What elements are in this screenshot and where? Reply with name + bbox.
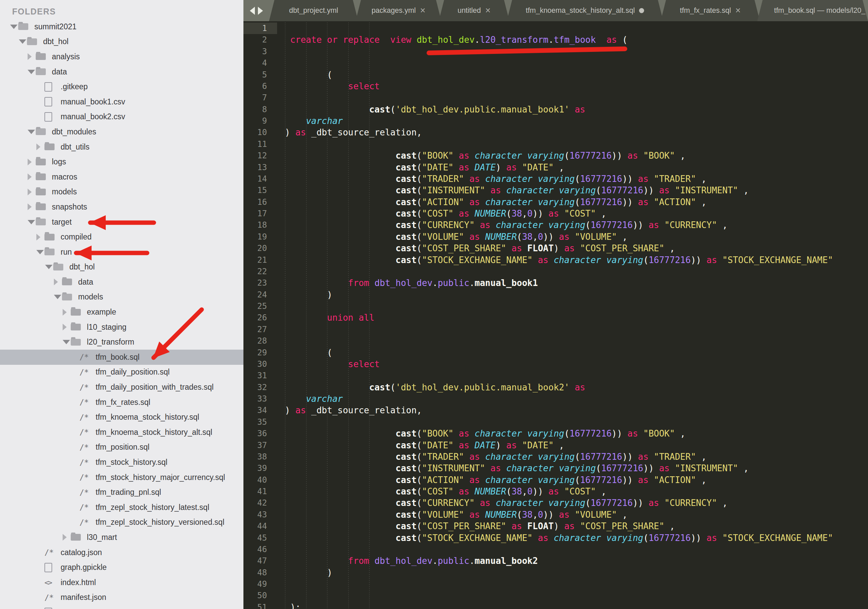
tab-tfm_knoema_stock_history_alt.sql[interactable]: tfm_knoema_stock_history_alt.sql [507,0,663,21]
code-line-5[interactable]: 5 ( [243,69,868,81]
tree-item-data[interactable]: data [0,275,243,290]
tree-item-.gitkeep[interactable]: .gitkeep [0,79,243,94]
disclosure-closed-icon[interactable] [63,309,71,315]
code-line-18[interactable]: 18 cast("CURRENCY" as character varying(… [243,219,868,231]
close-icon[interactable]: × [420,6,426,15]
code-line-26[interactable]: 26 union all [243,312,868,323]
tree-item-dbt_hol[interactable]: dbt_hol [0,34,243,50]
tree-item-logs[interactable]: logs [0,154,243,169]
code-line-7[interactable]: 7 [243,92,868,103]
code-line-1[interactable]: 1 [243,23,868,34]
code-line-21[interactable]: 21 cast("STOCK_EXCHANGE_NAME" as charact… [243,254,868,266]
tree-item-snapshots[interactable]: snapshots [0,199,243,214]
disclosure-closed-icon[interactable] [63,534,71,541]
tree-item-manual_book1.csv[interactable]: manual_book1.csv [0,94,243,109]
code-line-44[interactable]: 44 cast("COST_PER_SHARE" as FLOAT) as "C… [243,520,868,532]
code-line-10[interactable]: 10) as _dbt_source_relation, [243,127,868,138]
tree-item-tfm_stock_history_major_currency.sql[interactable]: /*tfm_stock_history_major_currency.sql [0,470,243,485]
disclosure-closed-icon[interactable] [36,143,45,150]
nav-back-icon[interactable] [250,7,255,15]
code-line-35[interactable]: 35 [243,416,868,428]
tab-tfm_fx_rates.sql[interactable]: tfm_fx_rates.sql× [660,0,760,21]
tree-item-dbt_utils[interactable]: dbt_utils [0,140,243,155]
nav-forward-icon[interactable] [258,7,263,15]
tab-nav-arrows[interactable] [243,0,269,21]
tree-item-manifest.json[interactable]: /*manifest.json [0,590,243,605]
tree-item-summit2021[interactable]: summit2021 [0,19,243,34]
code-line-19[interactable]: 19 cast("VOLUME" as NUMBER(38,0)) as "VO… [243,231,868,242]
tree-item-models[interactable]: models [0,290,243,305]
code-line-45[interactable]: 45 cast("STOCK_EXCHANGE_NAME" as charact… [243,532,868,544]
code-line-36[interactable]: 36 cast("BOOK" as character varying(1677… [243,428,868,439]
tree-item-tfm_fx_rates.sql[interactable]: /*tfm_fx_rates.sql [0,395,243,410]
tree-item-index.html[interactable]: <>index.html [0,575,243,590]
tree-item-tfm_zepl_stock_history_latest.sql[interactable]: /*tfm_zepl_stock_history_latest.sql [0,500,243,515]
code-editor[interactable]: 12 create or replace view dbt_hol_dev.l2… [243,21,868,609]
code-line-24[interactable]: 24 ) [243,289,868,300]
tree-item-catalog.json[interactable]: /*catalog.json [0,545,243,560]
tree-item-example[interactable]: example [0,304,243,320]
disclosure-open-icon[interactable] [10,25,18,29]
disclosure-open-icon[interactable] [36,250,45,254]
tree-item-tfm_stock_history.sql[interactable]: /*tfm_stock_history.sql [0,455,243,470]
code-line-39[interactable]: 39 cast("INSTRUMENT" as character varyin… [243,463,868,474]
tree-item-graph.gpickle[interactable]: graph.gpickle [0,560,243,575]
disclosure-closed-icon[interactable] [28,53,36,60]
tree-item-manual_book2.csv[interactable]: manual_book2.csv [0,109,243,124]
tree-item-tfm_book.sql[interactable]: /*tfm_book.sql [0,350,243,365]
disclosure-closed-icon[interactable] [54,278,62,285]
disclosure-open-icon[interactable] [28,130,36,134]
tree-item-compiled[interactable]: compiled [0,229,243,244]
code-line-3[interactable]: 3 [243,46,868,57]
code-line-46[interactable]: 46 [243,544,868,555]
code-line-13[interactable]: 13 cast("DATE" as DATE) as "DATE" , [243,162,868,173]
disclosure-closed-icon[interactable] [28,189,36,195]
code-line-37[interactable]: 37 cast("DATE" as DATE) as "DATE" , [243,440,868,451]
tree-item-target[interactable]: target [0,214,243,230]
tree-item-l10_staging[interactable]: l10_staging [0,320,243,335]
code-line-48[interactable]: 48 ) [243,567,868,578]
code-line-41[interactable]: 41 cast("COST" as NUMBER(38,0)) as "COST… [243,486,868,497]
code-line-51[interactable]: 51 ); [243,601,868,609]
code-line-16[interactable]: 16 cast("ACTION" as character varying(16… [243,196,868,208]
code-line-25[interactable]: 25 [243,300,868,312]
code-line-49[interactable]: 49 [243,578,868,590]
disclosure-open-icon[interactable] [45,265,53,269]
code-line-43[interactable]: 43 cast("VOLUME" as NUMBER(38,0)) as "VO… [243,509,868,520]
code-line-32[interactable]: 32 cast('dbt_hol_dev.public.manual_book2… [243,382,868,393]
code-line-29[interactable]: 29 ( [243,347,868,358]
tree-item-models[interactable]: models [0,185,243,200]
disclosure-closed-icon[interactable] [28,204,36,210]
tree-item-data[interactable]: data [0,64,243,79]
code-line-17[interactable]: 17 cast("COST" as NUMBER(38,0)) as "COST… [243,208,868,219]
tab-dbt_project.yml[interactable]: dbt_project.yml [269,0,358,21]
disclosure-closed-icon[interactable] [63,324,71,331]
code-line-4[interactable]: 4 [243,57,868,69]
code-line-14[interactable]: 14 cast("TRADER" as character varying(16… [243,173,868,185]
code-line-28[interactable]: 28 [243,335,868,346]
code-line-42[interactable]: 42 cast("CURRENCY" as character varying(… [243,497,868,509]
code-line-6[interactable]: 6 select [243,81,868,92]
code-line-12[interactable]: 12 cast("BOOK" as character varying(1677… [243,150,868,162]
disclosure-open-icon[interactable] [63,340,71,344]
disclosure-open-icon[interactable] [54,295,62,299]
tree-item-tfm_zepl_stock_history_versioned.sql[interactable]: /*tfm_zepl_stock_history_versioned.sql [0,515,243,530]
code-line-15[interactable]: 15 cast("INSTRUMENT" as character varyin… [243,185,868,196]
tree-item-l20_transform[interactable]: l20_transform [0,334,243,350]
code-line-20[interactable]: 20 cast("COST_PER_SHARE" as FLOAT) as "C… [243,242,868,254]
disclosure-open-icon[interactable] [19,39,27,44]
code-line-34[interactable]: 34) as _dbt_source_relation, [243,404,868,416]
tree-item-dbt_hol[interactable]: dbt_hol [0,260,243,275]
disclosure-closed-icon[interactable] [28,158,36,165]
tree-item-partial_parse.pickle[interactable]: partial_parse.pickle [0,605,243,609]
tree-item-analysis[interactable]: analysis [0,49,243,64]
code-line-30[interactable]: 30 select [243,358,868,370]
code-line-40[interactable]: 40 cast("ACTION" as character varying(16… [243,474,868,486]
code-line-38[interactable]: 38 cast("TRADER" as character varying(16… [243,451,868,463]
code-line-11[interactable]: 11 [243,138,868,150]
tree-item-macros[interactable]: macros [0,169,243,185]
tree-item-tfm_daily_position.sql[interactable]: /*tfm_daily_position.sql [0,365,243,380]
code-line-27[interactable]: 27 [243,324,868,335]
tree-item-tfm_knoema_stock_history_alt.sql[interactable]: /*tfm_knoema_stock_history_alt.sql [0,425,243,440]
code-line-8[interactable]: 8 cast('dbt_hol_dev.public.manual_book1'… [243,104,868,115]
